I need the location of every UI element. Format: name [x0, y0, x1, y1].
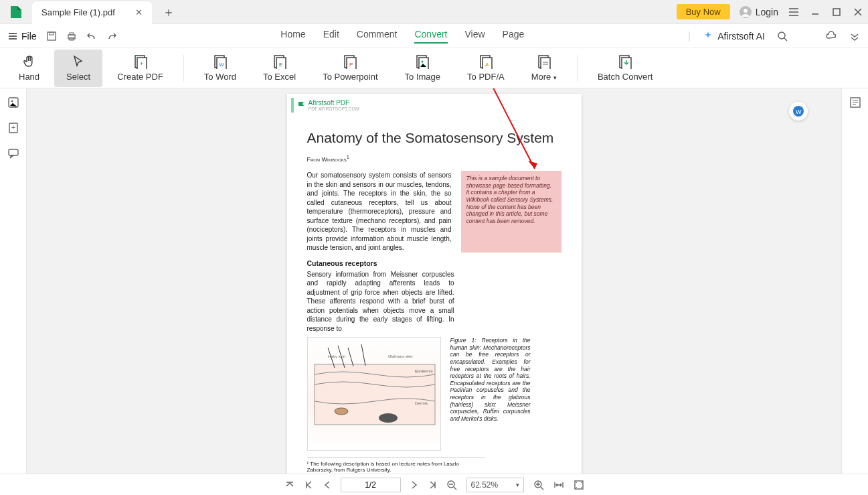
svg-text:Epidermis: Epidermis [415, 369, 433, 373]
svg-rect-35 [9, 149, 18, 155]
thumbnails-icon[interactable] [7, 96, 19, 109]
watermark: Afirstsoft PDF PDF.AFIRSTSOFT.COM [291, 98, 363, 113]
tool-to-excel[interactable]: E To Excel [251, 50, 308, 87]
login-button[interactable]: Login [740, 6, 778, 18]
tab-close-icon[interactable]: ✕ [135, 7, 143, 17]
file-menu[interactable]: File [8, 31, 37, 42]
app-logo-icon [8, 4, 24, 20]
body-paragraph: Our somatosensory system consists of sen… [307, 171, 452, 253]
batch-icon [618, 54, 632, 69]
cloud-icon[interactable] [825, 30, 837, 42]
menubar-right: | Afirstsoft AI [688, 30, 860, 42]
menu-view[interactable]: View [465, 29, 485, 44]
next-page-icon[interactable] [410, 480, 418, 490]
svg-text:P: P [349, 62, 353, 68]
first-page-icon[interactable] [305, 480, 314, 490]
statusbar: 62.52% ▾ [0, 474, 868, 495]
hamburger-icon[interactable] [788, 6, 800, 18]
tool-select[interactable]: Select [54, 50, 102, 87]
svg-point-23 [422, 61, 424, 63]
tool-more[interactable]: More ▾ [519, 50, 569, 87]
svg-text:W: W [796, 109, 802, 115]
menu-page[interactable]: Page [503, 29, 525, 44]
tool-batch-convert[interactable]: Batch Convert [586, 50, 665, 87]
ribbon-toolbar: Hand Select + Create PDF W To Word E To … [0, 48, 868, 88]
bookmarks-icon[interactable]: + [7, 122, 19, 134]
brand-flag-icon [298, 101, 306, 109]
user-icon [740, 6, 752, 18]
save-icon[interactable] [46, 31, 57, 42]
properties-icon[interactable] [849, 96, 861, 109]
page-input[interactable] [341, 478, 401, 492]
separator [183, 55, 184, 82]
svg-text:E: E [279, 62, 282, 68]
buy-now-button[interactable]: Buy Now [677, 4, 730, 19]
close-window-icon[interactable] [852, 6, 864, 18]
maximize-icon[interactable] [831, 6, 843, 18]
doc-source: From Wikibooks1 [307, 154, 561, 163]
collapse-ribbon-icon[interactable] [849, 31, 860, 42]
tool-create-pdf[interactable]: + Create PDF [105, 50, 175, 87]
body-paragraph-2: Sensory information from Meissner corpus… [307, 270, 454, 334]
right-sidebar [841, 88, 868, 474]
print-icon[interactable] [66, 31, 77, 42]
section-heading: Cutaneous receptors [307, 259, 561, 267]
callout-box: This is a sample document to showcase pa… [461, 171, 561, 253]
menu-home[interactable]: Home [280, 29, 305, 44]
menu-convert[interactable]: Convert [414, 29, 447, 44]
document-canvas[interactable]: Afirstsoft PDF PDF.AFIRSTSOFT.COM Anatom… [27, 88, 841, 474]
excel-icon: E [272, 54, 287, 69]
chevron-down-icon: ▾ [553, 74, 557, 81]
prev-page-icon[interactable] [323, 480, 331, 490]
comments-panel-icon[interactable] [7, 147, 19, 159]
document-tab[interactable]: Sample File (1).pdf ✕ [32, 1, 152, 24]
separator [577, 55, 578, 82]
ai-button[interactable]: Afirstsoft AI [703, 31, 765, 42]
word-icon: W [213, 54, 228, 69]
zoom-in-icon[interactable] [533, 480, 544, 490]
svg-rect-22 [419, 58, 428, 69]
svg-point-38 [379, 413, 398, 423]
tab-title: Sample File (1).pdf [41, 7, 115, 17]
tool-to-pdfa[interactable]: A To PDF/A [455, 50, 517, 87]
minimize-icon[interactable] [809, 6, 821, 18]
tool-hand[interactable]: Hand [7, 50, 52, 87]
figure-image: Hairy skin Glabrous skin Epidermis Dermi… [307, 337, 441, 451]
tool-to-powerpoint[interactable]: P To Powerpoint [311, 50, 389, 87]
workspace: + Afirstsoft PDF PDF.AFIRSTSOFT.COM Anat… [0, 88, 868, 474]
svg-text:Hairy skin: Hairy skin [328, 354, 345, 358]
more-icon [537, 54, 551, 69]
svg-point-32 [11, 100, 13, 102]
pdfa-icon: A [479, 54, 493, 69]
tool-to-image[interactable]: To Image [393, 50, 452, 87]
svg-text:+: + [140, 60, 143, 67]
last-page-icon[interactable] [428, 480, 437, 490]
sparkle-icon [703, 31, 713, 42]
svg-rect-28 [541, 58, 550, 69]
menubar: File Home Edit Comment Convert View Page… [0, 24, 868, 48]
new-tab-button[interactable]: ＋ [163, 4, 175, 20]
fit-page-icon[interactable] [574, 480, 584, 490]
menu-icon [8, 32, 17, 40]
fit-width-icon[interactable] [553, 480, 564, 490]
redo-icon[interactable] [106, 31, 117, 42]
hand-icon [22, 54, 37, 69]
quick-convert-badge[interactable]: W [789, 102, 808, 121]
search-icon[interactable] [777, 31, 788, 42]
svg-text:Glabrous skin: Glabrous skin [388, 354, 413, 358]
zoom-select[interactable]: 62.52% ▾ [466, 478, 524, 492]
menu-edit[interactable]: Edit [323, 29, 339, 44]
footnote: ¹ The following description is based on … [307, 457, 485, 473]
quick-access-toolbar [46, 31, 117, 42]
menu-comment[interactable]: Comment [357, 29, 398, 44]
undo-icon[interactable] [86, 31, 97, 42]
svg-rect-3 [48, 32, 56, 40]
zoom-out-icon[interactable] [446, 480, 457, 490]
tool-to-word[interactable]: W To Word [192, 50, 248, 87]
svg-point-37 [335, 408, 348, 415]
svg-text:+: + [11, 124, 15, 131]
scroll-top-icon[interactable] [284, 480, 295, 490]
menu-tabs: Home Edit Comment Convert View Page [280, 29, 524, 44]
doc-title: Anatomy of the Somatosensory System [307, 130, 561, 146]
ppt-icon: P [343, 54, 357, 69]
